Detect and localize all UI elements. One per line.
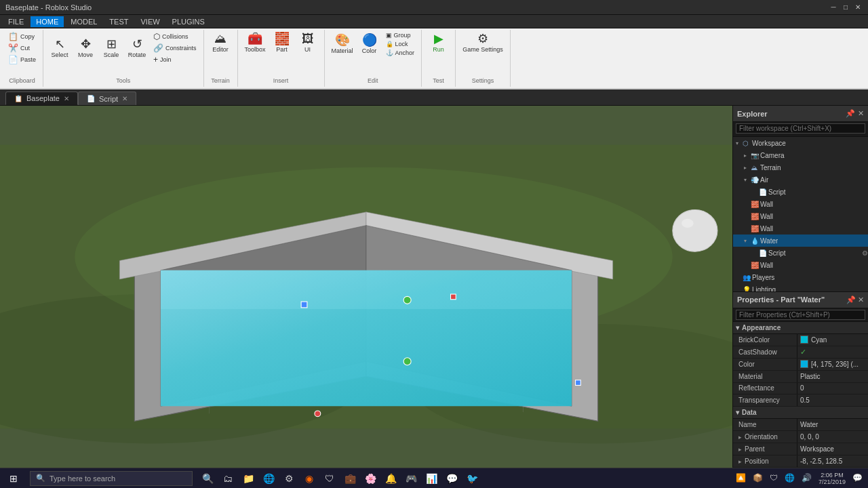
menu-model[interactable]: MODEL <box>65 16 102 27</box>
menu-test[interactable]: TEST <box>104 16 134 27</box>
explorer-pin-icon[interactable]: 📌 <box>846 109 855 118</box>
toolbar-terrain-editor[interactable]: ⛰Editor <box>208 31 233 54</box>
test-label: Test <box>433 77 444 85</box>
prop-reflectance[interactable]: Reflectance 0 <box>733 383 868 395</box>
prop-name[interactable]: Name Water <box>733 419 868 431</box>
taskbar-roblox[interactable]: ◉ <box>300 468 319 489</box>
tree-air-script[interactable]: 📄 Script <box>733 186 868 198</box>
right-panel: Explorer 📌 ✕ ▾ ⬡ Workspace ▸ 📷 Camera <box>732 106 868 468</box>
tray-action-center[interactable]: 💬 <box>850 468 865 489</box>
prop-material[interactable]: Material Plastic <box>733 371 868 383</box>
tray-notifications[interactable]: 🔼 <box>733 468 749 489</box>
tree-lighting[interactable]: 💡 Lighting <box>733 283 868 291</box>
taskbar-task-view[interactable]: 🗂 <box>218 468 237 489</box>
toolbar-move[interactable]: ✥Move <box>73 37 98 60</box>
svg-rect-30 <box>451 294 456 300</box>
explorer-actions: 📌 ✕ <box>846 109 864 118</box>
tab-close-baseplate[interactable]: ✕ <box>64 95 69 102</box>
toolbar-join[interactable]: + Join <box>151 54 199 65</box>
menu-file[interactable]: FILE <box>3 16 29 27</box>
minimize-button[interactable]: ─ <box>829 3 838 12</box>
taskbar-chrome[interactable]: 🌐 <box>259 468 278 489</box>
prop-cast-shadow[interactable]: CastShadow ✓ <box>733 346 868 359</box>
tree-workspace[interactable]: ▾ ⬡ Workspace <box>733 137 868 149</box>
toolbar-constraints[interactable]: 🔗 Constraints <box>151 43 199 54</box>
properties-pin-icon[interactable]: 📌 <box>846 296 856 304</box>
tree-players[interactable]: 👥 Players <box>733 271 868 283</box>
prop-transparency[interactable]: Transparency 0.5 <box>733 394 868 407</box>
tree-wall-2[interactable]: 🧱 Wall <box>733 210 868 222</box>
svg-point-35 <box>682 219 694 228</box>
prop-parent[interactable]: ▸Parent Workspace <box>733 443 868 455</box>
tab-close-script[interactable]: ✕ <box>122 95 127 102</box>
clock[interactable]: 2:06 PM 7/21/2019 <box>816 468 848 489</box>
properties-close-icon[interactable]: ✕ <box>858 296 864 304</box>
tree-terrain[interactable]: ▸ ⛰ Terrain <box>733 161 868 174</box>
taskbar-file-explorer[interactable]: 📁 <box>239 468 258 489</box>
tab-script[interactable]: 📄 Script ✕ <box>78 92 136 105</box>
taskbar-other-5[interactable]: 🎮 <box>401 468 420 489</box>
toolbar-rotate[interactable]: ↺Rotate <box>125 37 149 60</box>
taskbar-other-7[interactable]: 💬 <box>442 468 461 489</box>
properties-filter-input[interactable] <box>736 310 865 320</box>
explorer-filter-input[interactable] <box>736 123 865 134</box>
toolbar-collisions[interactable]: ⬡ Collisions <box>151 31 199 42</box>
script-gear-icon[interactable]: ⚙ <box>862 249 868 257</box>
tree-wall-3[interactable]: 🧱 Wall <box>733 222 868 235</box>
toolbar: 📋 Copy ✂️ Cut 📄 Paste Clipboard ↖Select … <box>0 28 868 89</box>
toolbar-part[interactable]: 🧱Part <box>270 31 294 54</box>
toolbar-tools: ↖Select ✥Move ⊞Scale ↺Rotate ⬡ Collision… <box>43 30 204 87</box>
explorer-title: Explorer <box>737 110 768 118</box>
taskbar-other-8[interactable]: 🐦 <box>462 468 481 489</box>
tray-volume[interactable]: 🔊 <box>799 468 814 489</box>
tree-wall-1[interactable]: 🧱 Wall <box>733 198 868 210</box>
menu-home[interactable]: HOME <box>31 16 64 27</box>
tree-water[interactable]: ▾ 💧 Water <box>733 235 868 247</box>
toolbar-copy[interactable]: 📋 Copy <box>5 31 39 42</box>
taskbar-other-6[interactable]: 📊 <box>422 468 441 489</box>
tree-water-script[interactable]: 📄 Script ⚙ <box>733 247 868 259</box>
tab-baseplate[interactable]: 📋 Baseplate ✕ <box>5 92 78 105</box>
tray-dropbox[interactable]: 📦 <box>750 468 766 489</box>
viewport[interactable] <box>0 106 732 468</box>
maximize-button[interactable]: □ <box>841 3 850 12</box>
toolbar-paste[interactable]: 📄 Paste <box>5 54 39 65</box>
tree-air[interactable]: ▾ 💨 Air <box>733 174 868 186</box>
taskbar-search[interactable]: 🔍 Type here to search <box>30 471 193 486</box>
prop-orientation[interactable]: ▸Orientation 0, 0, 0 <box>733 431 868 443</box>
prop-position[interactable]: ▸Position -8, -2.5, 128.5 <box>733 455 868 468</box>
toolbar-ui[interactable]: 🖼UI <box>296 31 320 54</box>
toolbar-material[interactable]: 🎨Material <box>329 33 356 56</box>
close-button[interactable]: ✕ <box>853 3 863 12</box>
toolbar-group[interactable]: ▣ Group <box>383 31 418 39</box>
toolbar-run[interactable]: ▶Run <box>427 31 451 54</box>
toolbar-toolbox[interactable]: 🧰Toolbox <box>242 31 269 54</box>
taskbar-other-1[interactable]: 🛡 <box>320 468 339 489</box>
tray-defender[interactable]: 🛡 <box>767 468 781 489</box>
search-icon: 🔍 <box>36 474 45 483</box>
prop-section-appearance[interactable]: ▾ Appearance <box>733 322 868 334</box>
tray-network[interactable]: 🌐 <box>782 468 797 489</box>
toolbar-anchor[interactable]: ⚓ Anchor <box>383 49 418 57</box>
prop-section-data[interactable]: ▾ Data <box>733 407 868 419</box>
toolbar-cut[interactable]: ✂️ Cut <box>5 43 39 54</box>
tree-camera[interactable]: ▸ 📷 Camera <box>733 149 868 161</box>
tree-wall-4[interactable]: 🧱 Wall <box>733 259 868 271</box>
toolbar-scale[interactable]: ⊞Scale <box>99 37 123 60</box>
toolbar-select[interactable]: ↖Select <box>47 37 72 60</box>
prop-color[interactable]: Color [4, 175, 236] (... <box>733 359 868 371</box>
toolbar-lock[interactable]: 🔒 Lock <box>383 40 418 48</box>
taskbar-settings[interactable]: ⚙ <box>279 468 298 489</box>
taskbar-cortana[interactable]: 🔍 <box>198 468 217 489</box>
taskbar-other-4[interactable]: 🔔 <box>381 468 400 489</box>
toolbar-game-settings[interactable]: ⚙Game Settings <box>460 31 506 54</box>
menu-view[interactable]: VIEW <box>135 16 165 27</box>
prop-brick-color[interactable]: BrickColor Cyan <box>733 334 868 346</box>
taskbar-other-2[interactable]: 💼 <box>340 468 359 489</box>
explorer-close-icon[interactable]: ✕ <box>858 109 864 118</box>
prop-data-label: Data <box>742 409 757 416</box>
toolbar-color[interactable]: 🔵Color <box>357 33 382 56</box>
menu-plugins[interactable]: PLUGINS <box>167 16 210 27</box>
start-button[interactable]: ⊞ <box>0 468 27 489</box>
taskbar-other-3[interactable]: 🌸 <box>361 468 380 489</box>
